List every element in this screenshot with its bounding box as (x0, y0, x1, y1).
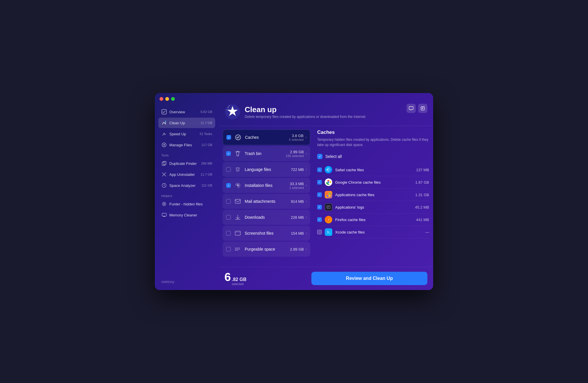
funter-icon (161, 201, 167, 207)
sidebar-item-app-uninstaller-label: App Uninstaller (169, 172, 201, 177)
installation-size-col: 33.3 MB 1 selected (289, 182, 304, 189)
review-cleanup-button[interactable]: Review and Clean Up (311, 272, 427, 285)
svg-point-12 (237, 185, 238, 186)
sidebar-item-managefiles[interactable]: Manage Files 117 GB (158, 140, 215, 150)
purgeable-chevron: › (306, 247, 307, 251)
purgeable-checkbox[interactable] (226, 247, 231, 251)
language-size: 722 MB (291, 167, 304, 172)
sidebar-item-managefiles-badge: 117 GB (202, 143, 212, 147)
detail-item-safari: Safari cache files 137 MB (317, 164, 429, 176)
detail-item-apps-cache: Applications cache files 1.31 GB (317, 189, 429, 201)
minimize-button[interactable] (165, 97, 169, 101)
category-mail[interactable]: Mail attachments 914 MB › (223, 194, 310, 209)
detail-title: Caches (317, 130, 429, 135)
detail-item-firefox: Firefox cache files 441 MB (317, 214, 429, 226)
bottom-bar: 6 .82 GB selected Review and Clean Up (219, 267, 433, 290)
category-trash[interactable]: Trash bin 2.99 GB 235 selected › (223, 146, 310, 161)
sidebar-item-duplicate-finder[interactable]: Duplicate Finder 266 MB (158, 158, 215, 169)
svg-rect-10 (421, 107, 424, 110)
svg-point-25 (328, 219, 329, 220)
sidebar-footer: nektony (158, 276, 215, 287)
firefox-checkbox[interactable] (317, 217, 322, 222)
apps-logs-checkbox[interactable] (317, 205, 322, 209)
language-label: Language files (245, 167, 291, 172)
sidebar-item-speedup[interactable]: Speed Up 51 Tasks (158, 129, 215, 139)
header-actions (406, 104, 427, 113)
language-icon (234, 165, 242, 174)
sidebar-item-speedup-label: Speed Up (169, 132, 200, 136)
sidebar-item-speedup-badge: 51 Tasks (200, 132, 212, 136)
sidebar-item-funter[interactable]: Funter - hidden files (158, 199, 215, 209)
svg-rect-8 (163, 216, 165, 217)
speedup-icon (161, 131, 167, 137)
apps-logs-item-size: 45.2 MB (415, 205, 429, 209)
managefiles-icon (161, 142, 167, 148)
category-downloads[interactable]: Downloads 226 MB › (223, 210, 310, 225)
category-language[interactable]: Language files 722 MB › (223, 162, 310, 177)
select-all-row: Select all (317, 152, 429, 161)
downloads-size-col: 226 MB (291, 215, 304, 220)
trash-checkbox[interactable] (226, 151, 231, 156)
installation-chevron: › (306, 183, 307, 187)
close-button[interactable] (159, 97, 163, 101)
header-star-icon (224, 104, 241, 120)
safari-checkbox[interactable] (317, 167, 322, 172)
sidebar-item-app-uninstaller[interactable]: App Uninstaller 11.7 GB (158, 169, 215, 180)
sidebar-item-duplicate-finder-badge: 266 MB (201, 162, 212, 165)
category-purgeable[interactable]: Purgeable space 2.89 GB › (223, 242, 310, 257)
mail-checkbox[interactable] (226, 199, 231, 204)
feedback-button[interactable] (406, 104, 416, 113)
mail-label: Mail attachments (245, 199, 291, 204)
memory-cleaner-icon (161, 212, 167, 218)
sidebar-item-overview[interactable]: Overview 6.82 GB (158, 107, 215, 117)
purgeable-size-col: 2.89 GB (290, 247, 304, 251)
selected-size-display: 6 .82 GB selected (224, 271, 246, 286)
purgeable-label: Purgeable space (245, 247, 290, 251)
trash-count: 235 selected (286, 154, 304, 158)
sidebar-item-space-analyzer[interactable]: Space Analyzer 121 GB (158, 180, 215, 191)
safari-item-name: Safari cache files (335, 168, 416, 172)
main-window: Overview 6.82 GB Clean Up 11.7 GB (155, 93, 433, 290)
svg-point-6 (164, 203, 165, 205)
screenshot-checkbox[interactable] (226, 231, 231, 236)
tools-section-label: Tools (158, 151, 215, 158)
caches-size: 3.8 GB (289, 134, 304, 138)
header-divider (219, 126, 433, 126)
language-checkbox[interactable] (226, 167, 231, 172)
caches-icon (234, 133, 242, 141)
apps-cache-checkbox[interactable] (317, 192, 322, 197)
sidebar-item-space-analyzer-badge: 121 GB (202, 184, 212, 187)
svg-rect-19 (326, 193, 328, 194)
category-screenshot[interactable]: Screenshot files 154 MB › (223, 226, 310, 241)
apps-cache-item-name: Applications cache files (335, 193, 415, 197)
traffic-lights (159, 97, 175, 101)
downloads-label: Downloads (245, 215, 291, 220)
installation-checkbox[interactable] (226, 183, 231, 188)
svg-point-18 (328, 182, 329, 183)
cleanup-icon (161, 120, 167, 126)
safari-app-icon (325, 166, 332, 174)
trash-size-col: 2.99 GB 235 selected (286, 150, 304, 158)
chrome-item-name: Google Chrome cache files (335, 180, 415, 185)
header-title: Clean up (245, 105, 365, 114)
category-installation[interactable]: Installation files 33.3 MB 1 selected › (223, 178, 310, 193)
category-caches[interactable]: Caches 3.8 GB 5 selected › (223, 130, 310, 145)
xcode-checkbox[interactable] (317, 230, 322, 234)
sidebar-item-memory-cleaner[interactable]: Memory Cleaner (158, 210, 215, 220)
select-all-checkbox[interactable] (317, 154, 322, 159)
chrome-item-size: 1.87 GB (415, 180, 429, 185)
detail-item-apps-logs: Applications' logs 45.2 MB (317, 201, 429, 214)
installation-label: Installation files (245, 183, 289, 188)
header-text: Clean up Delete temporary files created … (245, 105, 365, 119)
downloads-checkbox[interactable] (226, 215, 231, 220)
fullscreen-button[interactable] (171, 97, 175, 101)
sidebar-item-cleanup[interactable]: Clean Up 11.7 GB (158, 118, 215, 128)
caches-checkbox[interactable] (226, 135, 231, 140)
svg-rect-22 (329, 195, 331, 197)
chrome-checkbox[interactable] (317, 180, 322, 185)
mail-size-col: 914 MB (291, 199, 304, 204)
info-button[interactable] (418, 104, 427, 113)
select-all-label: Select all (325, 154, 342, 159)
detail-panel: Caches Temporary hidden files created by… (313, 130, 429, 264)
xcode-app-icon (325, 228, 332, 236)
